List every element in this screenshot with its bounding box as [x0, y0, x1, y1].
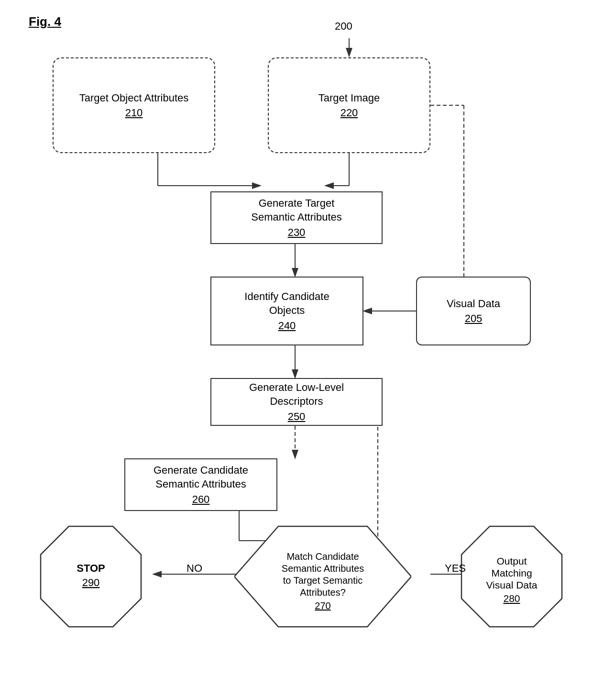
- svg-text:280: 280: [503, 593, 520, 604]
- no-label: NO: [187, 562, 202, 575]
- visual-data-number: 205: [465, 312, 483, 325]
- target-image-node: Target Image 220: [268, 57, 430, 153]
- svg-text:to Target Semantic: to Target Semantic: [283, 575, 362, 586]
- svg-text:Match Candidate: Match Candidate: [286, 551, 359, 562]
- svg-text:290: 290: [82, 577, 100, 589]
- generate-low-level-number: 250: [288, 411, 306, 423]
- visual-data-node: Visual Data 205: [416, 277, 531, 345]
- identify-candidate-number: 240: [278, 320, 296, 332]
- generate-low-level-node: Generate Low-Level Descriptors 250: [210, 378, 383, 426]
- target-image-number: 220: [340, 107, 358, 119]
- svg-text:Attributes?: Attributes?: [300, 587, 346, 598]
- target-object-attrs-label: Target Object Attributes: [79, 91, 189, 105]
- yes-label: YES: [445, 562, 466, 575]
- generate-target-semantic-label: Generate Target Semantic Attributes: [251, 197, 342, 224]
- output-matching-node: Output Matching Visual Data 280: [459, 524, 564, 629]
- target-object-attrs-number: 210: [125, 107, 143, 119]
- identify-candidate-label: Identify Candidate Objects: [244, 290, 329, 317]
- figure-label: Fig. 4: [29, 14, 61, 29]
- generate-candidate-semantic-number: 260: [192, 493, 210, 506]
- generate-target-semantic-number: 230: [288, 226, 306, 239]
- svg-text:270: 270: [315, 600, 330, 611]
- ref-200: 200: [335, 20, 352, 33]
- identify-candidate-node: Identify Candidate Objects 240: [210, 277, 363, 345]
- generate-candidate-semantic-node: Generate Candidate Semantic Attributes 2…: [124, 458, 277, 511]
- generate-target-semantic-node: Generate Target Semantic Attributes 230: [210, 191, 383, 244]
- svg-text:Output: Output: [496, 556, 527, 567]
- target-object-attrs-node: Target Object Attributes 210: [53, 57, 215, 153]
- generate-candidate-semantic-label: Generate Candidate Semantic Attributes: [154, 464, 248, 491]
- svg-text:Semantic Attributes: Semantic Attributes: [282, 563, 364, 574]
- svg-text:Matching: Matching: [491, 567, 532, 578]
- generate-low-level-label: Generate Low-Level Descriptors: [249, 381, 344, 408]
- stop-node: STOP 290: [38, 524, 143, 629]
- svg-text:STOP: STOP: [77, 562, 105, 574]
- svg-text:Visual Data: Visual Data: [486, 579, 537, 590]
- visual-data-label: Visual Data: [447, 297, 500, 311]
- match-node: Match Candidate Semantic Attributes to T…: [234, 524, 411, 629]
- target-image-label: Target Image: [318, 91, 380, 105]
